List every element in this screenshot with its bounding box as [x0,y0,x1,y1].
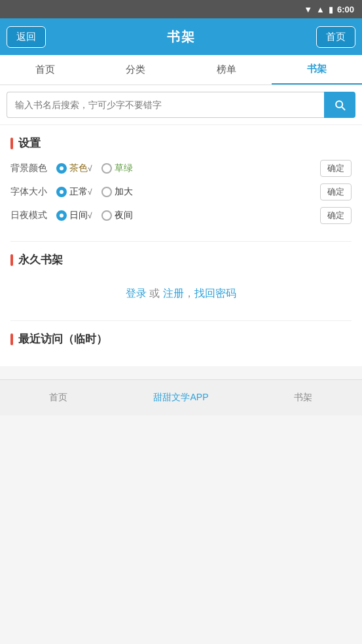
comma-text: ， [184,288,194,299]
tab-rank[interactable]: 榜单 [181,55,272,85]
permanent-shelf-header: 永久书架 [0,242,362,274]
status-time: 6:00 [337,5,354,14]
font-size-confirm-button[interactable]: 确定 [320,183,352,200]
day-night-row: 日夜模式 日间 √ 夜间 确定 [10,207,352,224]
footer-home[interactable]: 首页 [49,392,67,404]
gray-bottom-area [0,415,362,612]
recent-visit-section: 最近访问（临时） [0,321,362,366]
footer-app[interactable]: 甜甜文学APP [153,392,208,404]
font-size-radio-group: 正常 √ 加大 [56,186,320,198]
signal-icon: ▲ [316,5,325,14]
radio-normal[interactable]: 正常 √ [56,186,94,198]
nav-tabs: 首页 分类 榜单 书架 [0,55,362,85]
radio-circle-normal [56,187,67,197]
radio-night[interactable]: 夜间 [101,210,133,221]
radio-large-label: 加大 [115,186,133,198]
footer: 首页 甜甜文学APP 书架 [0,379,362,415]
settings-block: 背景颜色 茶色 √ 草绿 确定 字体大小 正常 [0,157,362,241]
bg-color-radio-group: 茶色 √ 草绿 [56,162,320,174]
search-button[interactable] [324,92,355,118]
bg-color-row: 背景颜色 茶色 √ 草绿 确定 [10,160,352,177]
radio-large[interactable]: 加大 [101,186,133,198]
search-input[interactable] [7,92,324,118]
tab-home[interactable]: 首页 [0,55,90,85]
home-button[interactable]: 首页 [316,26,355,48]
day-night-label: 日夜模式 [10,210,56,221]
radio-day[interactable]: 日间 √ [56,210,94,221]
wifi-icon: ▼ [304,5,312,14]
radio-circle-large [101,187,112,197]
battery-icon: ▮ [329,5,333,14]
forgot-password-link[interactable]: 找回密码 [194,288,236,299]
bg-color-confirm-button[interactable]: 确定 [320,160,352,177]
status-bar: ▼ ▲ ▮ 6:00 [0,0,362,18]
day-night-radio-group: 日间 √ 夜间 [56,210,320,221]
radio-day-label: 日间 [69,210,88,221]
settings-section-header: 设置 [0,125,362,157]
radio-tea[interactable]: 茶色 √ [56,162,94,174]
radio-tea-label: 茶色 [69,162,88,174]
radio-circle-green [101,163,112,174]
register-link[interactable]: 注册 [163,288,184,299]
radio-circle-tea [56,163,67,174]
day-night-confirm-button[interactable]: 确定 [320,207,352,224]
radio-green[interactable]: 草绿 [101,162,133,174]
bg-color-label: 背景颜色 [10,162,56,174]
login-link[interactable]: 登录 [126,288,147,299]
footer-shelf[interactable]: 书架 [294,392,312,404]
radio-circle-day [56,210,67,221]
radio-green-label: 草绿 [115,162,133,174]
tab-category[interactable]: 分类 [90,55,181,85]
page-title: 书架 [167,28,196,46]
top-bar: 返回 书架 首页 [0,18,362,55]
main-content: 设置 背景颜色 茶色 √ 草绿 确定 字体大小 [0,125,362,366]
back-button[interactable]: 返回 [7,26,46,48]
search-bar [0,85,362,125]
recent-visit-header: 最近访问（临时） [0,321,362,353]
font-size-row: 字体大小 正常 √ 加大 确定 [10,183,352,200]
radio-circle-night [101,210,112,221]
or-text: 或 [147,288,163,299]
search-icon [333,98,346,111]
font-size-label: 字体大小 [10,186,56,198]
login-area: 登录 或 注册，找回密码 [0,274,362,320]
tab-shelf[interactable]: 书架 [272,55,362,85]
radio-night-label: 夜间 [115,210,133,221]
radio-normal-label: 正常 [69,186,88,198]
